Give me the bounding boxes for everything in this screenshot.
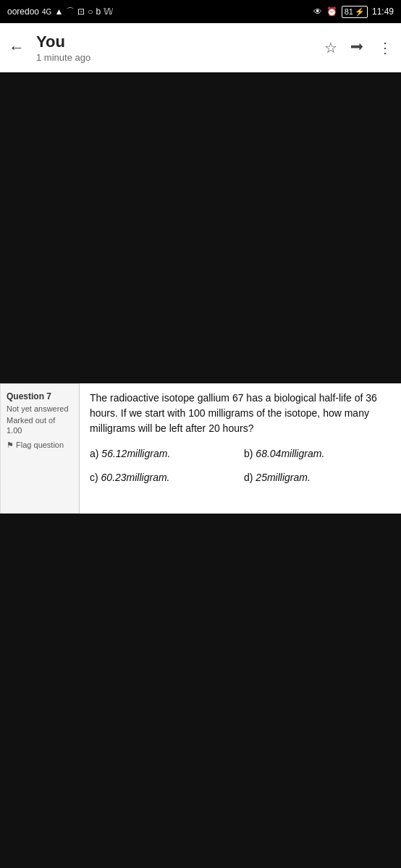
screen-icon: ⊡: [77, 7, 85, 17]
option-c-letter: c): [90, 472, 101, 483]
option-b-value: 68.04milligram.: [256, 448, 324, 459]
clipboard-icon: ○: [88, 7, 93, 17]
twitter-icon: 𝕎: [104, 7, 113, 17]
status-left: ooredoo 4G ▲ ⌒ ⊡ ○ b 𝕎: [7, 6, 113, 18]
wifi-icon: ⌒: [66, 6, 75, 18]
option-a-value: 56.12milligram.: [101, 448, 170, 459]
header-actions: ☆ ⮕ ⋮: [324, 39, 392, 56]
back-button[interactable]: ←: [9, 38, 25, 57]
question-marked-value: 1.00: [7, 426, 73, 435]
charging-icon: ⚡: [355, 7, 365, 17]
option-b[interactable]: b) 68.04milligram.: [244, 446, 391, 461]
option-c[interactable]: c) 60.23milligram.: [90, 470, 237, 485]
dark-content-area: [0, 72, 401, 383]
flag-question-button[interactable]: ⚑ Flag question: [7, 441, 73, 450]
option-b-letter: b): [244, 448, 256, 459]
question-sidebar: Question 7 Not yet answered Marked out o…: [0, 383, 80, 514]
clock-icon: ⏰: [326, 7, 337, 17]
share-button[interactable]: ⮕: [350, 40, 365, 56]
question-text: The radioactive isotope gallium 67 has a…: [90, 391, 391, 436]
option-d-value: 25milligram.: [256, 472, 310, 483]
star-button[interactable]: ☆: [324, 39, 337, 56]
options-grid: a) 56.12milligram. b) 68.04milligram. c)…: [90, 446, 391, 485]
option-a-letter: a): [90, 448, 101, 459]
status-right: 👁 ⏰ 81 ⚡ 11:49: [313, 6, 394, 18]
header-bar: ← You 1 minute ago ☆ ⮕ ⋮: [0, 23, 401, 72]
option-a[interactable]: a) 56.12milligram.: [90, 446, 237, 461]
battery-indicator: 81 ⚡: [342, 6, 368, 18]
bottom-dark-area: [0, 514, 401, 868]
page-title: You: [36, 33, 317, 51]
eye-icon: 👁: [313, 7, 322, 17]
question-status: Not yet answered: [7, 404, 73, 413]
time-display: 11:49: [372, 7, 394, 17]
question-number: Question 7: [7, 391, 73, 401]
status-bar: ooredoo 4G ▲ ⌒ ⊡ ○ b 𝕎 👁 ⏰ 81 ⚡ 11:49: [0, 0, 401, 23]
page-subtitle: 1 minute ago: [36, 52, 317, 63]
question-card: Question 7 Not yet answered Marked out o…: [0, 383, 401, 514]
signal-icon: ▲: [54, 7, 63, 17]
network-type: 4G: [42, 8, 51, 16]
carrier-label: ooredoo: [7, 7, 39, 17]
option-d[interactable]: d) 25milligram.: [244, 470, 391, 485]
option-d-letter: d): [244, 472, 256, 483]
battery-value: 81: [345, 7, 353, 16]
b-icon: b: [96, 7, 101, 17]
more-button[interactable]: ⋮: [378, 39, 392, 56]
question-marked-label: Marked out of: [7, 416, 73, 425]
option-c-value: 60.23milligram.: [101, 472, 170, 483]
header-title-area: You 1 minute ago: [36, 33, 317, 62]
question-body: The radioactive isotope gallium 67 has a…: [80, 383, 401, 514]
